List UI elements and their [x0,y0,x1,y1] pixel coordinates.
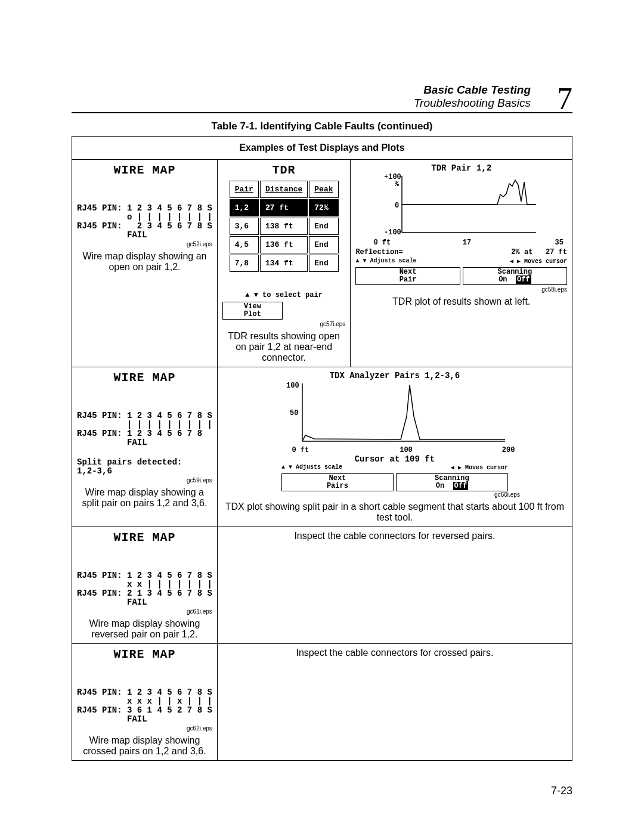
softkey-scanning[interactable]: Scanning On Off [396,473,508,491]
eps-label: gc60i.eps [270,491,520,498]
wiremap-title: WIRE MAP [77,163,212,177]
eps-label: gc58i.eps [355,286,567,293]
svg-text:0: 0 [395,202,399,210]
tdr-plot-cell: TDR Pair 1,2 +100 % 0 -100 0 ft 17 35 [351,160,572,367]
softkey-next-pair[interactable]: Next Pair [355,267,460,285]
wiremap-caption: Wire map display showing crossed pairs o… [77,735,212,757]
instruction-text: Inspect the cable connectors for crossed… [222,648,567,658]
eps-label: gc57i.eps [222,321,346,327]
tdr-plot: +100 % 0 -100 [384,173,539,239]
tdr-caption: TDR results showing open on pair 1,2 at … [222,331,346,363]
cursor-label: Cursor at 109 ft [222,454,567,464]
softkey-scanning[interactable]: Scanning On Off [463,267,567,285]
examples-table: Examples of Test Displays and Plots WIRE… [72,136,572,761]
wiremap-reversed-cell: WIRE MAP RJ45 PIN: 1 2 3 4 5 6 7 8 S x x… [72,527,218,644]
wiremap-caption: Wire map display showing an open on pair… [77,251,212,272]
page: Basic Cable Testing Troubleshooting Basi… [0,0,644,833]
svg-text:%: % [395,180,400,188]
wiremap-title: WIRE MAP [77,531,212,544]
table-row: WIRE MAP RJ45 PIN: 1 2 3 4 5 6 7 8 S o |… [72,160,572,367]
header-subtitle: Troubleshooting Basics [414,97,531,109]
page-number: 7-23 [551,785,572,797]
wiremap-caption: Wire map display showing a split pair on… [77,487,212,509]
tdx-caption: TDX plot showing split pair in a short c… [222,501,567,523]
table-caption: Table 7-1. Identifying Cable Faults (con… [72,120,572,132]
tdx-plot: 100 50 [281,380,508,446]
tdx-plot-cell: TDX Analyzer Pairs 1,2-3,6 100 50 0 ft 1… [217,367,572,527]
svg-text:-100: -100 [384,228,401,237]
tdx-plot-title: TDX Analyzer Pairs 1,2-3,6 [222,371,567,380]
svg-text:50: 50 [290,409,298,417]
tdr-title: TDR [222,163,346,177]
tdr-table: PairDistancePeak 1,227 ft72% 3,6138 ftEn… [228,179,340,273]
table-row: WIRE MAP RJ45 PIN: 1 2 3 4 5 6 7 8 S | |… [72,367,572,527]
table-header: Examples of Test Displays and Plots [72,137,572,160]
tdr-plot-title: TDR Pair 1,2 [355,163,567,173]
header-title: Basic Cable Testing [423,83,531,96]
eps-label: gc59i.eps [77,477,212,484]
eps-label: gc61i.eps [77,608,212,615]
tdr-plot-caption: TDR plot of results shown at left. [355,296,567,307]
table-row: WIRE MAP RJ45 PIN: 1 2 3 4 5 6 7 8 S x x… [72,527,572,644]
instruction-text: Inspect the cable connectors for reverse… [222,531,567,541]
tdr-results-cell: TDR PairDistancePeak 1,227 ft72% 3,6138 … [217,160,351,367]
tdr-hint: ▲ ▼ to select pair [222,291,346,299]
page-header: Basic Cable Testing Troubleshooting Basi… [72,83,572,113]
softkey-view-plot[interactable]: View Plot [222,302,283,320]
wiremap-title: WIRE MAP [77,648,212,661]
chapter-number: 7 [557,83,572,114]
wiremap-open-cell: WIRE MAP RJ45 PIN: 1 2 3 4 5 6 7 8 S o |… [72,160,218,367]
table-row: WIRE MAP RJ45 PIN: 1 2 3 4 5 6 7 8 S x x… [72,644,572,761]
wiremap-crossed-cell: WIRE MAP RJ45 PIN: 1 2 3 4 5 6 7 8 S x x… [72,644,218,761]
eps-label: gc52i.eps [77,241,212,247]
instruction-cell: Inspect the cable connectors for crossed… [217,644,572,761]
instruction-cell: Inspect the cable connectors for reverse… [217,527,572,644]
svg-text:100: 100 [286,382,299,390]
wiremap-caption: Wire map display showing reversed pair o… [77,618,212,640]
wiremap-split-cell: WIRE MAP RJ45 PIN: 1 2 3 4 5 6 7 8 S | |… [72,367,218,527]
softkey-next-pairs[interactable]: Next Pairs [281,473,394,491]
wiremap-title: WIRE MAP [77,371,212,385]
eps-label: gc62i.eps [77,725,212,732]
